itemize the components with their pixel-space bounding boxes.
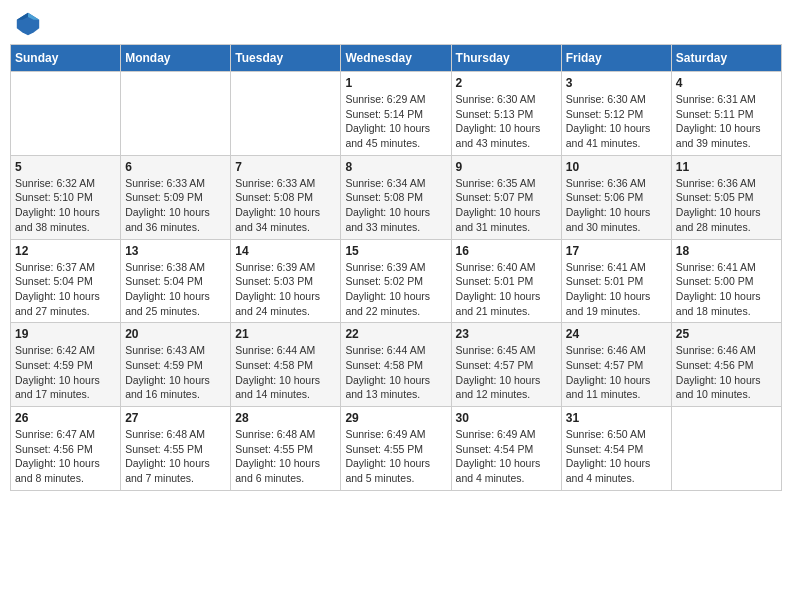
day-number: 15 bbox=[345, 244, 446, 258]
day-info: Sunrise: 6:40 AMSunset: 5:01 PMDaylight:… bbox=[456, 260, 557, 319]
day-info: Sunrise: 6:43 AMSunset: 4:59 PMDaylight:… bbox=[125, 343, 226, 402]
day-number: 14 bbox=[235, 244, 336, 258]
calendar-cell: 17Sunrise: 6:41 AMSunset: 5:01 PMDayligh… bbox=[561, 239, 671, 323]
calendar-cell: 21Sunrise: 6:44 AMSunset: 4:58 PMDayligh… bbox=[231, 323, 341, 407]
calendar-cell: 10Sunrise: 6:36 AMSunset: 5:06 PMDayligh… bbox=[561, 155, 671, 239]
calendar-cell bbox=[231, 72, 341, 156]
calendar-cell: 15Sunrise: 6:39 AMSunset: 5:02 PMDayligh… bbox=[341, 239, 451, 323]
calendar-cell: 31Sunrise: 6:50 AMSunset: 4:54 PMDayligh… bbox=[561, 407, 671, 491]
calendar-cell: 22Sunrise: 6:44 AMSunset: 4:58 PMDayligh… bbox=[341, 323, 451, 407]
day-number: 4 bbox=[676, 76, 777, 90]
calendar-week-row: 5Sunrise: 6:32 AMSunset: 5:10 PMDaylight… bbox=[11, 155, 782, 239]
calendar-cell bbox=[121, 72, 231, 156]
calendar-cell: 11Sunrise: 6:36 AMSunset: 5:05 PMDayligh… bbox=[671, 155, 781, 239]
day-info: Sunrise: 6:48 AMSunset: 4:55 PMDaylight:… bbox=[235, 427, 336, 486]
day-number: 27 bbox=[125, 411, 226, 425]
day-number: 1 bbox=[345, 76, 446, 90]
day-number: 29 bbox=[345, 411, 446, 425]
day-number: 3 bbox=[566, 76, 667, 90]
calendar-cell: 23Sunrise: 6:45 AMSunset: 4:57 PMDayligh… bbox=[451, 323, 561, 407]
calendar-cell: 26Sunrise: 6:47 AMSunset: 4:56 PMDayligh… bbox=[11, 407, 121, 491]
calendar-cell: 24Sunrise: 6:46 AMSunset: 4:57 PMDayligh… bbox=[561, 323, 671, 407]
day-info: Sunrise: 6:44 AMSunset: 4:58 PMDaylight:… bbox=[345, 343, 446, 402]
calendar-week-row: 26Sunrise: 6:47 AMSunset: 4:56 PMDayligh… bbox=[11, 407, 782, 491]
calendar-cell: 1Sunrise: 6:29 AMSunset: 5:14 PMDaylight… bbox=[341, 72, 451, 156]
day-info: Sunrise: 6:31 AMSunset: 5:11 PMDaylight:… bbox=[676, 92, 777, 151]
day-info: Sunrise: 6:33 AMSunset: 5:09 PMDaylight:… bbox=[125, 176, 226, 235]
day-number: 11 bbox=[676, 160, 777, 174]
calendar-cell: 27Sunrise: 6:48 AMSunset: 4:55 PMDayligh… bbox=[121, 407, 231, 491]
day-number: 12 bbox=[15, 244, 116, 258]
day-info: Sunrise: 6:46 AMSunset: 4:57 PMDaylight:… bbox=[566, 343, 667, 402]
day-number: 5 bbox=[15, 160, 116, 174]
calendar-cell: 4Sunrise: 6:31 AMSunset: 5:11 PMDaylight… bbox=[671, 72, 781, 156]
calendar-cell: 25Sunrise: 6:46 AMSunset: 4:56 PMDayligh… bbox=[671, 323, 781, 407]
day-info: Sunrise: 6:34 AMSunset: 5:08 PMDaylight:… bbox=[345, 176, 446, 235]
weekday-header-monday: Monday bbox=[121, 45, 231, 72]
day-info: Sunrise: 6:50 AMSunset: 4:54 PMDaylight:… bbox=[566, 427, 667, 486]
calendar-cell: 14Sunrise: 6:39 AMSunset: 5:03 PMDayligh… bbox=[231, 239, 341, 323]
day-info: Sunrise: 6:32 AMSunset: 5:10 PMDaylight:… bbox=[15, 176, 116, 235]
day-number: 22 bbox=[345, 327, 446, 341]
logo bbox=[14, 10, 46, 38]
day-number: 8 bbox=[345, 160, 446, 174]
calendar-cell: 18Sunrise: 6:41 AMSunset: 5:00 PMDayligh… bbox=[671, 239, 781, 323]
day-number: 10 bbox=[566, 160, 667, 174]
calendar-cell: 8Sunrise: 6:34 AMSunset: 5:08 PMDaylight… bbox=[341, 155, 451, 239]
calendar-cell: 30Sunrise: 6:49 AMSunset: 4:54 PMDayligh… bbox=[451, 407, 561, 491]
day-info: Sunrise: 6:38 AMSunset: 5:04 PMDaylight:… bbox=[125, 260, 226, 319]
calendar-cell bbox=[11, 72, 121, 156]
calendar-week-row: 12Sunrise: 6:37 AMSunset: 5:04 PMDayligh… bbox=[11, 239, 782, 323]
day-info: Sunrise: 6:30 AMSunset: 5:13 PMDaylight:… bbox=[456, 92, 557, 151]
weekday-header-friday: Friday bbox=[561, 45, 671, 72]
day-info: Sunrise: 6:49 AMSunset: 4:55 PMDaylight:… bbox=[345, 427, 446, 486]
day-info: Sunrise: 6:35 AMSunset: 5:07 PMDaylight:… bbox=[456, 176, 557, 235]
calendar-cell: 3Sunrise: 6:30 AMSunset: 5:12 PMDaylight… bbox=[561, 72, 671, 156]
weekday-header-saturday: Saturday bbox=[671, 45, 781, 72]
calendar-cell: 16Sunrise: 6:40 AMSunset: 5:01 PMDayligh… bbox=[451, 239, 561, 323]
day-info: Sunrise: 6:29 AMSunset: 5:14 PMDaylight:… bbox=[345, 92, 446, 151]
day-info: Sunrise: 6:39 AMSunset: 5:03 PMDaylight:… bbox=[235, 260, 336, 319]
day-info: Sunrise: 6:41 AMSunset: 5:01 PMDaylight:… bbox=[566, 260, 667, 319]
day-info: Sunrise: 6:47 AMSunset: 4:56 PMDaylight:… bbox=[15, 427, 116, 486]
day-number: 25 bbox=[676, 327, 777, 341]
day-info: Sunrise: 6:37 AMSunset: 5:04 PMDaylight:… bbox=[15, 260, 116, 319]
day-info: Sunrise: 6:46 AMSunset: 4:56 PMDaylight:… bbox=[676, 343, 777, 402]
day-number: 7 bbox=[235, 160, 336, 174]
day-info: Sunrise: 6:48 AMSunset: 4:55 PMDaylight:… bbox=[125, 427, 226, 486]
day-info: Sunrise: 6:45 AMSunset: 4:57 PMDaylight:… bbox=[456, 343, 557, 402]
day-number: 31 bbox=[566, 411, 667, 425]
page-header bbox=[10, 10, 782, 38]
weekday-header-tuesday: Tuesday bbox=[231, 45, 341, 72]
calendar-cell: 19Sunrise: 6:42 AMSunset: 4:59 PMDayligh… bbox=[11, 323, 121, 407]
weekday-header-wednesday: Wednesday bbox=[341, 45, 451, 72]
day-number: 6 bbox=[125, 160, 226, 174]
calendar-cell: 28Sunrise: 6:48 AMSunset: 4:55 PMDayligh… bbox=[231, 407, 341, 491]
day-number: 9 bbox=[456, 160, 557, 174]
weekday-header-sunday: Sunday bbox=[11, 45, 121, 72]
day-number: 16 bbox=[456, 244, 557, 258]
calendar-cell: 12Sunrise: 6:37 AMSunset: 5:04 PMDayligh… bbox=[11, 239, 121, 323]
day-info: Sunrise: 6:44 AMSunset: 4:58 PMDaylight:… bbox=[235, 343, 336, 402]
calendar-cell: 2Sunrise: 6:30 AMSunset: 5:13 PMDaylight… bbox=[451, 72, 561, 156]
calendar-cell: 9Sunrise: 6:35 AMSunset: 5:07 PMDaylight… bbox=[451, 155, 561, 239]
day-info: Sunrise: 6:36 AMSunset: 5:06 PMDaylight:… bbox=[566, 176, 667, 235]
calendar-cell: 5Sunrise: 6:32 AMSunset: 5:10 PMDaylight… bbox=[11, 155, 121, 239]
day-number: 19 bbox=[15, 327, 116, 341]
day-number: 30 bbox=[456, 411, 557, 425]
day-info: Sunrise: 6:30 AMSunset: 5:12 PMDaylight:… bbox=[566, 92, 667, 151]
day-info: Sunrise: 6:33 AMSunset: 5:08 PMDaylight:… bbox=[235, 176, 336, 235]
day-info: Sunrise: 6:42 AMSunset: 4:59 PMDaylight:… bbox=[15, 343, 116, 402]
day-number: 21 bbox=[235, 327, 336, 341]
calendar-cell: 13Sunrise: 6:38 AMSunset: 5:04 PMDayligh… bbox=[121, 239, 231, 323]
day-number: 23 bbox=[456, 327, 557, 341]
calendar-cell: 7Sunrise: 6:33 AMSunset: 5:08 PMDaylight… bbox=[231, 155, 341, 239]
calendar-week-row: 1Sunrise: 6:29 AMSunset: 5:14 PMDaylight… bbox=[11, 72, 782, 156]
day-info: Sunrise: 6:41 AMSunset: 5:00 PMDaylight:… bbox=[676, 260, 777, 319]
day-number: 13 bbox=[125, 244, 226, 258]
calendar-cell: 20Sunrise: 6:43 AMSunset: 4:59 PMDayligh… bbox=[121, 323, 231, 407]
day-info: Sunrise: 6:36 AMSunset: 5:05 PMDaylight:… bbox=[676, 176, 777, 235]
day-info: Sunrise: 6:49 AMSunset: 4:54 PMDaylight:… bbox=[456, 427, 557, 486]
day-number: 18 bbox=[676, 244, 777, 258]
day-number: 20 bbox=[125, 327, 226, 341]
